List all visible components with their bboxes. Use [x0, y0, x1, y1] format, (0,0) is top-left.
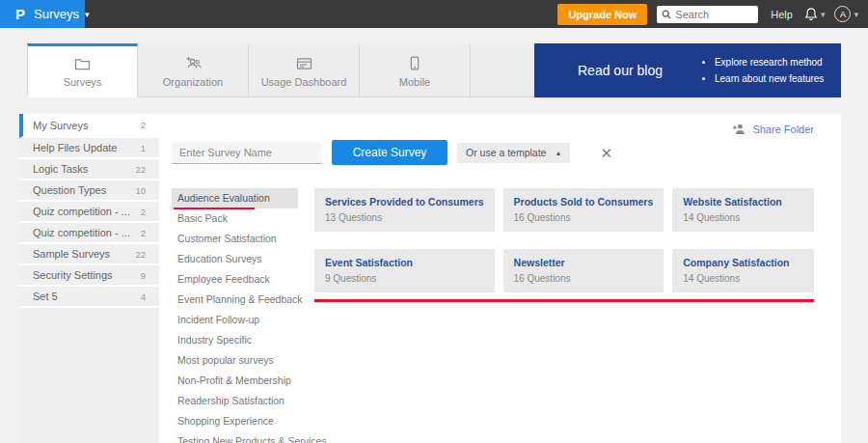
survey-name-input[interactable]	[172, 142, 322, 164]
chevron-up-icon: ▲	[555, 150, 561, 156]
category-industry-specific[interactable]: Industry Specific	[172, 330, 298, 350]
template-card[interactable]: Company Satisfaction 14 Questions	[672, 249, 814, 292]
folder-label: Quiz competition - ...	[33, 227, 141, 238]
template-title: Website Satisfaction	[683, 196, 803, 208]
product-menu-label: Surveys	[34, 7, 79, 21]
tab-usage-dashboard[interactable]: Usage Dashboard	[249, 43, 360, 97]
category-basic-pack[interactable]: Basic Pack	[172, 208, 298, 229]
chevron-down-icon: ▾	[85, 10, 90, 19]
folder-count: 2	[141, 207, 146, 217]
notifications-menu[interactable]: ▾	[804, 7, 826, 21]
category-incident-follow-up[interactable]: Incident Follow-up	[172, 310, 298, 330]
template-category-list: Audience Evaluation Basic Pack Customer …	[172, 188, 298, 443]
avatar: A	[834, 6, 851, 22]
proprofs-logo-icon: P	[15, 7, 25, 21]
tab-label: Surveys	[64, 76, 102, 88]
product-switcher[interactable]: P Surveys ▾	[0, 0, 85, 28]
folder-count: 22	[135, 164, 146, 175]
banner-title: Read our blog	[578, 63, 663, 78]
folder-label: Security Settings	[33, 269, 141, 281]
use-template-label: Or use a template	[466, 147, 546, 158]
create-survey-button[interactable]: Create Survey	[332, 140, 448, 165]
upgrade-now-button[interactable]: Upgrade Now	[557, 4, 647, 25]
search-box[interactable]	[657, 6, 758, 23]
sidebar-item-logic-tasks[interactable]: Logic Tasks 22	[19, 159, 159, 180]
template-card[interactable]: Products Sold to Consumers 16 Questions	[503, 188, 665, 232]
tab-label: Usage Dashboard	[261, 76, 347, 88]
template-question-count: 13 Questions	[325, 212, 484, 223]
template-card[interactable]: Services Provided to Consumers 13 Questi…	[314, 188, 495, 232]
banner-bullet-list: Explore research method Learn about new …	[703, 54, 824, 87]
folders-sidebar: My Surveys 2 Help Files Update 1 Logic T…	[19, 114, 159, 443]
search-icon	[662, 10, 671, 19]
template-cards-grid: Services Provided to Consumers 13 Questi…	[314, 188, 814, 292]
folder-count: 4	[141, 291, 146, 302]
bell-icon	[804, 7, 818, 21]
template-card[interactable]: Event Satisfaction 9 Questions	[314, 249, 495, 292]
template-title: Services Provided to Consumers	[325, 196, 484, 208]
tab-organization[interactable]: Organization	[138, 43, 249, 97]
chevron-down-icon: ▾	[854, 10, 858, 19]
template-card[interactable]: Newsletter 16 Questions	[503, 249, 665, 292]
sidebar-item-quiz-competition-2[interactable]: Quiz competition - ... 2	[19, 223, 159, 244]
chevron-down-icon: ▾	[821, 10, 826, 19]
account-menu[interactable]: A ▾	[834, 6, 858, 22]
tab-mobile[interactable]: Mobile	[360, 43, 471, 97]
sidebar-item-set-5[interactable]: Set 5 4	[19, 287, 159, 308]
category-readership-satisfaction[interactable]: Readership Satisfaction	[172, 391, 298, 411]
folder-label: Help Files Update	[33, 142, 141, 153]
help-link[interactable]: Help	[771, 9, 793, 20]
tab-label: Mobile	[399, 76, 430, 88]
search-input[interactable]	[675, 9, 752, 20]
template-question-count: 16 Questions	[514, 273, 654, 284]
folder-icon	[74, 56, 91, 71]
sidebar-item-sample-surveys[interactable]: Sample Surveys 22	[19, 244, 159, 265]
template-card[interactable]: Website Satisfaction 14 Questions	[672, 188, 814, 232]
tabstrip-filler	[471, 43, 534, 97]
close-icon[interactable]: ✕	[600, 146, 612, 160]
sidebar-item-quiz-competition-1[interactable]: Quiz competition - ... 2	[19, 202, 159, 223]
template-title: Products Sold to Consumers	[514, 196, 654, 208]
folder-count: 1	[141, 143, 146, 153]
category-testing-new-products[interactable]: Testing New Products & Services	[172, 431, 298, 443]
sidebar-item-security-settings[interactable]: Security Settings 9	[19, 265, 159, 287]
dashboard-icon	[296, 56, 312, 71]
main-panel: My Surveys 2 Help Files Update 1 Logic T…	[19, 114, 841, 443]
category-shopping-experience[interactable]: Shopping Experience	[172, 411, 298, 431]
template-question-count: 9 Questions	[325, 273, 484, 284]
category-event-planning-feedback[interactable]: Event Planning & Feedback	[172, 290, 298, 310]
category-education-surveys[interactable]: Education Surveys	[172, 249, 298, 269]
folder-count: 10	[135, 185, 146, 196]
template-title: Newsletter	[514, 257, 654, 268]
template-question-count: 14 Questions	[683, 273, 803, 284]
tab-surveys[interactable]: Surveys	[27, 43, 138, 97]
template-browser: Audience Evaluation Basic Pack Customer …	[172, 188, 814, 443]
mobile-icon	[410, 56, 420, 71]
add-users-icon	[184, 56, 203, 71]
template-question-count: 14 Questions	[683, 212, 803, 223]
category-non-profit-membership[interactable]: Non-Profit & Membership	[172, 371, 298, 391]
category-employee-feedback[interactable]: Employee Feedback	[172, 269, 298, 290]
blog-banner[interactable]: Read our blog Explore research method Le…	[534, 43, 841, 97]
tab-label: Organization	[163, 76, 223, 88]
add-person-icon	[732, 123, 746, 135]
template-cards-area: Services Provided to Consumers 13 Questi…	[314, 188, 814, 443]
sidebar-item-my-surveys[interactable]: My Surveys 2	[19, 114, 159, 138]
sidebar-item-help-files-update[interactable]: Help Files Update 1	[19, 138, 159, 159]
share-folder-link[interactable]: Share Folder	[732, 123, 814, 135]
template-question-count: 16 Questions	[514, 212, 654, 223]
top-bar: P Surveys ▾ Upgrade Now Help ▾ A ▾	[0, 0, 868, 28]
category-audience-evaluation[interactable]: Audience Evaluation	[172, 188, 298, 208]
template-title: Event Satisfaction	[325, 257, 484, 268]
sidebar-item-question-types[interactable]: Question Types 10	[19, 180, 159, 202]
create-survey-row: Create Survey Or use a template ▲ ✕	[172, 114, 814, 165]
category-most-popular-surveys[interactable]: Most popular surveys	[172, 350, 298, 371]
main-tabs: Surveys Organization Usage Dashboard Mob…	[27, 43, 841, 97]
folder-count: 9	[141, 270, 146, 281]
category-customer-satisfaction[interactable]: Customer Satisfaction	[172, 229, 298, 249]
annotation-red-underline	[174, 208, 255, 209]
use-template-dropdown[interactable]: Or use a template ▲	[457, 143, 570, 163]
banner-bullet: Explore research method	[715, 54, 824, 70]
folder-label: Logic Tasks	[33, 163, 135, 175]
share-folder-label: Share Folder	[752, 124, 814, 135]
